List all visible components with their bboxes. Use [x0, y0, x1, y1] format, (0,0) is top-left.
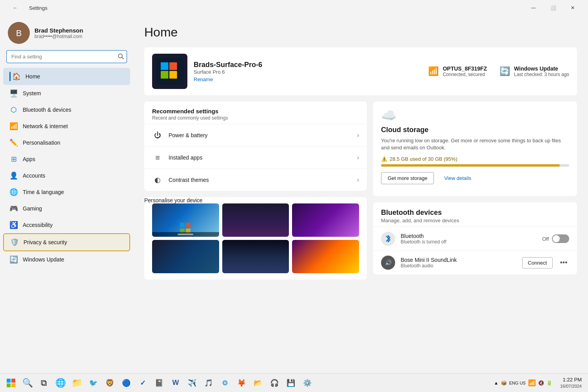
bluetooth-toggle[interactable]: [552, 234, 569, 243]
device-thumbnail: [156, 58, 183, 85]
back-button[interactable]: ←: [6, 2, 24, 14]
chrome-button[interactable]: 🔵: [118, 375, 134, 391]
bose-device-info: Bose Mini II SoundLink Bluetooth audio: [401, 257, 517, 269]
sidebar-item-home[interactable]: 🏠 Home: [3, 68, 130, 85]
sidebar-item-label: Time & language: [23, 189, 64, 195]
sidebar-item-time[interactable]: 🌐 Time & language: [3, 184, 130, 200]
windows-logo-icon: [7, 379, 15, 387]
wallpaper-3[interactable]: [292, 203, 359, 237]
device-model: Surface Pro 6: [194, 69, 422, 75]
main-layout: Brad Stephenson brad•••••@hotmail.com: [0, 16, 588, 373]
taskbar-left: 🔍 ⧉ 🌐 📁 🐦 🦁 🔵 ✓ 📓 W ✈️ 🎵 ⚙ 🦊 📂 🎧 💾 ⚙️: [3, 375, 315, 391]
installed-apps-icon: ≡: [152, 152, 163, 163]
files-button[interactable]: 📂: [250, 375, 266, 391]
wallpaper-4[interactable]: [152, 240, 219, 273]
sidebar-item-label: Privacy & security: [24, 239, 67, 245]
device-rename-link[interactable]: Rename: [194, 76, 422, 82]
wifi-icon: 📶: [428, 66, 439, 76]
warning-icon: ⚠️: [381, 156, 387, 162]
recommended-header: Recommended settings Recent and commonly…: [144, 102, 367, 124]
sidebar-item-label: System: [23, 90, 41, 96]
usb-button[interactable]: 💾: [283, 375, 299, 391]
update-text: Windows Update Last checked: 3 hours ago: [514, 65, 569, 77]
wifi-status-text: Connected, secured: [443, 72, 487, 77]
sidebar-item-network[interactable]: 📶 Network & internet: [3, 118, 130, 134]
sidebar-item-windows-update[interactable]: 🔄 Windows Update: [3, 251, 130, 268]
svg-rect-6: [169, 71, 177, 79]
sidebar-item-gaming[interactable]: 🎮 Gaming: [3, 200, 130, 217]
device-image: [152, 54, 187, 89]
storage-usage-text: 28.5 GB used of 30 GB (95%): [390, 156, 457, 162]
bose-more-button[interactable]: •••: [558, 257, 569, 268]
wifi-name: OPTUS_8F319FZ: [443, 65, 487, 72]
view-details-button[interactable]: View details: [438, 172, 477, 184]
bose-connect-button[interactable]: Connect: [522, 257, 553, 269]
brave-button[interactable]: 🦁: [102, 375, 118, 391]
sidebar-item-label: Home: [25, 73, 40, 80]
titlebar-controls: — ⬜ ✕: [524, 2, 582, 14]
start-button[interactable]: [3, 375, 19, 391]
time-display[interactable]: 1:22 PM 16/07/2024: [557, 375, 585, 390]
wallpaper-2[interactable]: [222, 203, 289, 237]
bluetooth-title: Bluetooth devices: [381, 209, 569, 217]
firefox-button[interactable]: 🦊: [234, 375, 249, 391]
user-name: Brad Stephenson: [34, 27, 83, 34]
system-tray[interactable]: ▲ 📦 ENG US 📶 🔇 🔋: [491, 377, 555, 388]
bluetooth-toggle-container: Off: [542, 234, 569, 243]
network-icon: 📶: [9, 122, 18, 131]
storage-bar-fill: [381, 164, 560, 167]
vscode-button[interactable]: ⚙: [217, 375, 233, 391]
twitter-button[interactable]: 🐦: [85, 375, 101, 391]
cloud-actions: Get more storage View details: [381, 172, 569, 184]
titlebar: ← Settings — ⬜ ✕: [0, 0, 588, 16]
onenote-button[interactable]: 📓: [151, 375, 167, 391]
sidebar-item-label: Bluetooth & devices: [23, 107, 71, 113]
wallpaper-5[interactable]: [222, 240, 289, 273]
search-taskbar-button[interactable]: 🔍: [20, 375, 35, 391]
svg-rect-7: [180, 223, 185, 227]
svg-rect-14: [11, 383, 15, 387]
wifi-status: 📶 OPTUS_8F319FZ Connected, secured: [428, 65, 487, 77]
wallpaper-1[interactable]: [152, 203, 219, 237]
sidebar-item-personalisation[interactable]: ✏️ Personalisation: [3, 134, 130, 151]
sidebar-item-accounts[interactable]: 👤 Accounts: [3, 167, 130, 184]
edge-button[interactable]: 🌐: [53, 375, 68, 391]
explorer-button[interactable]: 📁: [69, 375, 85, 391]
installed-apps-chevron-icon: ›: [357, 154, 359, 161]
taskview-button[interactable]: ⧉: [36, 375, 52, 391]
bluetooth-device-status: Bluetooth is turned off: [401, 239, 537, 245]
bose-device-name: Bose Mini II SoundLink: [401, 257, 517, 263]
sidebar-item-apps[interactable]: ⊞ Apps: [3, 151, 130, 167]
sidebar-item-system[interactable]: 🖥️ System: [3, 85, 130, 102]
power-battery-item[interactable]: ⏻ Power & battery ›: [144, 124, 367, 147]
wallpaper-6[interactable]: [292, 240, 359, 273]
todo-button[interactable]: ✓: [135, 375, 151, 391]
privacy-icon: 🛡️: [10, 238, 19, 247]
nav-list: 🏠 Home 🖥️ System ⬡ Bluetooth & devices 📶…: [0, 66, 133, 370]
wifi-text: OPTUS_8F319FZ Connected, secured: [443, 65, 487, 77]
maximize-button[interactable]: ⬜: [544, 2, 562, 14]
power-chevron-icon: ›: [357, 132, 359, 139]
bose-device-status: Bluetooth audio: [401, 263, 517, 269]
settings-taskbar-button[interactable]: ⚙️: [299, 375, 315, 391]
get-more-storage-button[interactable]: Get more storage: [381, 172, 434, 184]
search-input[interactable]: [6, 50, 127, 63]
telegram-button[interactable]: ✈️: [184, 375, 200, 391]
sidebar-item-bluetooth[interactable]: ⬡ Bluetooth & devices: [3, 102, 130, 118]
windows-update-icon: 🔄: [9, 255, 18, 264]
sidebar-item-accessibility[interactable]: ♿ Accessibility: [3, 217, 130, 233]
accessibility-icon: ♿: [9, 221, 18, 229]
user-section[interactable]: Brad Stephenson brad•••••@hotmail.com: [0, 16, 133, 49]
contrast-themes-item[interactable]: ◐ Contrast themes ›: [144, 169, 367, 191]
sidebar-item-privacy[interactable]: 🛡️ Privacy & security: [3, 233, 130, 251]
search-button[interactable]: [118, 53, 124, 60]
minimize-button[interactable]: —: [524, 2, 543, 14]
word-button[interactable]: W: [168, 375, 183, 391]
current-time: 1:22 PM: [560, 377, 582, 383]
tray-lang: ENG US: [509, 381, 526, 385]
close-button[interactable]: ✕: [564, 2, 582, 14]
contrast-icon: ◐: [152, 174, 163, 185]
headphones-button[interactable]: 🎧: [267, 375, 282, 391]
spotify-button[interactable]: 🎵: [201, 375, 216, 391]
installed-apps-item[interactable]: ≡ Installed apps ›: [144, 147, 367, 169]
